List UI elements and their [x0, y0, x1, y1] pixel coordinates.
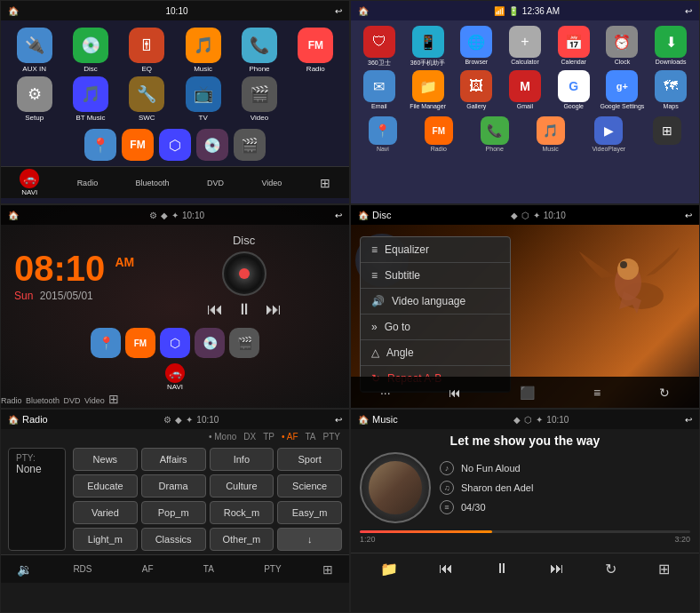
bar-ta[interactable]: TA [195, 561, 223, 577]
app2-video-dock[interactable]: ▶ VideoPlayer [593, 116, 626, 152]
nav-bt-p3[interactable]: Bluetooth [26, 396, 60, 405]
menu-subtitle[interactable]: ≡ Subtitle [361, 263, 510, 289]
app-radio-dock[interactable]: FM [122, 129, 154, 163]
btn-culture[interactable]: Culture [210, 474, 274, 498]
nav-grid-p3[interactable]: ⊞ [108, 392, 119, 406]
app2-filemanager[interactable]: 📁 File Manager [405, 70, 451, 109]
ctrl-prev[interactable]: ⏮ [445, 382, 465, 403]
nav-video[interactable]: Video [261, 179, 282, 187]
play-pause-btn[interactable]: ⏸ [495, 561, 509, 577]
dock-bt-p3[interactable]: ⬡ [160, 328, 190, 360]
progress-bar[interactable] [360, 530, 690, 533]
bar-pty[interactable]: PTY [255, 561, 290, 577]
app2-navi-dock[interactable]: 📍 Navi [369, 116, 397, 152]
ctrl-stop[interactable]: ⬛ [516, 382, 538, 403]
nav-dvd-p3[interactable]: DVD [63, 396, 80, 405]
app2-calendar[interactable]: 📅 Calendar [551, 26, 597, 68]
app2-phone-dock[interactable]: 📞 Phone [481, 116, 509, 152]
app2-browser[interactable]: 🌐 Browser [453, 26, 499, 68]
app-auxin[interactable]: 🔌 AUX IN [8, 28, 60, 73]
repeat-music-btn[interactable]: ↻ [605, 561, 616, 577]
app2-downloads[interactable]: ⬇ Downloads [648, 26, 694, 68]
angle-icon: △ [371, 346, 379, 359]
btn-classics[interactable]: Classics [141, 528, 206, 551]
nav-video-p3[interactable]: Video [84, 396, 105, 405]
app2-email[interactable]: ✉ Email [356, 70, 402, 109]
radio-body: PTY: None News Affairs Info Sport Educat… [1, 444, 349, 554]
app-setup[interactable]: ⚙ Setup [8, 76, 60, 122]
dock-dvd-p3[interactable]: 💿 [195, 328, 225, 360]
nav-radio[interactable]: Radio [77, 179, 99, 187]
app-eq[interactable]: 🎚 EQ [121, 28, 173, 73]
app2-google[interactable]: G Google [551, 70, 597, 109]
disc-circle[interactable] [222, 251, 266, 296]
btn-affairs[interactable]: Affairs [141, 448, 206, 471]
app2-calculator[interactable]: + Calculator [502, 26, 548, 68]
app-btmusic[interactable]: 🎵 BT Music [64, 76, 116, 122]
app-music[interactable]: 🎵 Music [177, 28, 229, 73]
app2-maps[interactable]: 🗺 Maps [648, 70, 694, 109]
btn-otherm[interactable]: Other_m [210, 528, 274, 551]
nav-bluetooth[interactable]: Bluetooth [136, 179, 170, 187]
app2-googlesettings[interactable]: g+ Google Settings [600, 70, 646, 109]
app2-grid-btn[interactable]: ⊞ [653, 116, 681, 152]
prev-btn[interactable]: ⏮ [207, 300, 223, 319]
menu-angle[interactable]: △ Angle [361, 340, 510, 366]
ctrl-list[interactable]: ≡ [590, 382, 604, 403]
btn-drama[interactable]: Drama [141, 474, 206, 498]
btn-info[interactable]: Info [210, 448, 274, 471]
nav-dvd[interactable]: DVD [207, 179, 224, 187]
app-radio[interactable]: FM Radio [290, 28, 342, 73]
btn-educate[interactable]: Educate [73, 474, 138, 498]
ctrl-menu[interactable]: ··· [377, 382, 394, 403]
btn-easym[interactable]: Easy_m [277, 501, 342, 524]
bar-rds[interactable]: RDS [64, 561, 100, 577]
btn-rockm[interactable]: Rock_m [210, 501, 274, 524]
app2-360assistant[interactable]: 📱 360手机助手 [405, 26, 451, 68]
menu-goto[interactable]: » Go to [361, 314, 510, 340]
prev-track-btn[interactable]: ⏮ [439, 561, 453, 577]
btn-popm[interactable]: Pop_m [141, 501, 206, 524]
app-tv[interactable]: 📺 TV [177, 76, 229, 122]
app2-music-dock[interactable]: 🎵 Music [537, 116, 565, 152]
btn-scroll-down[interactable]: ↓ [277, 528, 342, 551]
eq-btn[interactable]: ⊞ [658, 561, 670, 577]
nav-grid[interactable]: ⊞ [320, 176, 330, 190]
menu-equalizer[interactable]: ≡ Equalizer [361, 237, 510, 263]
btn-news[interactable]: News [73, 448, 138, 471]
btn-lightm[interactable]: Light_m [73, 528, 138, 551]
app-navi-dock[interactable]: 📍 [84, 129, 116, 163]
app2-gallery[interactable]: 🖼 Gallery [453, 70, 499, 109]
app-video[interactable]: 🎬 Video [233, 76, 285, 122]
folder-btn[interactable]: 📁 [380, 561, 398, 577]
home-icon-p3: 🏠 [8, 211, 19, 220]
btn-varied[interactable]: Varied [73, 501, 138, 524]
btn-science[interactable]: Science [277, 474, 342, 498]
app2-clock[interactable]: ⏰ Clock [600, 26, 646, 68]
dock-video-p3[interactable]: 🎬 [229, 328, 259, 360]
app-dvd-dock[interactable]: 💿 [196, 129, 228, 163]
app-bt-dock[interactable]: ⬡ [159, 129, 191, 163]
nav-car-p3[interactable]: 🚗 NAVI [1, 363, 349, 391]
ctrl-repeat[interactable]: ↻ [656, 382, 673, 403]
bar-af[interactable]: AF [133, 561, 163, 577]
pause-btn[interactable]: ⏸ [236, 300, 252, 319]
app2-gmail[interactable]: M Gmail [502, 70, 548, 109]
app-swc[interactable]: 🔧 SWC [121, 76, 173, 122]
app-disc[interactable]: 💿 Disc [64, 28, 116, 73]
next-btn[interactable]: ⏭ [266, 300, 282, 319]
status-time-p6: 10:10 [546, 415, 569, 425]
app-video-dock[interactable]: 🎬 [234, 129, 266, 163]
app2-radio-dock[interactable]: FM Radio [425, 116, 453, 152]
vol-down-icon[interactable]: 🔉 [17, 562, 32, 577]
nav-navi[interactable]: 🚗 NAVI [20, 169, 39, 196]
dock-navi-p3[interactable]: 📍 [91, 328, 121, 360]
settings-icon-radio[interactable]: ⊞ [322, 562, 333, 577]
app2-360guard[interactable]: 🛡 360卫士 [356, 26, 402, 68]
next-track-btn[interactable]: ⏭ [550, 561, 564, 577]
nav-radio-p3[interactable]: Radio [1, 396, 22, 405]
app-phone[interactable]: 📞 Phone [233, 28, 285, 73]
menu-videolang[interactable]: 🔊 Video language [361, 289, 510, 314]
dock-radio-p3[interactable]: FM [125, 328, 155, 360]
btn-sport[interactable]: Sport [277, 448, 342, 471]
